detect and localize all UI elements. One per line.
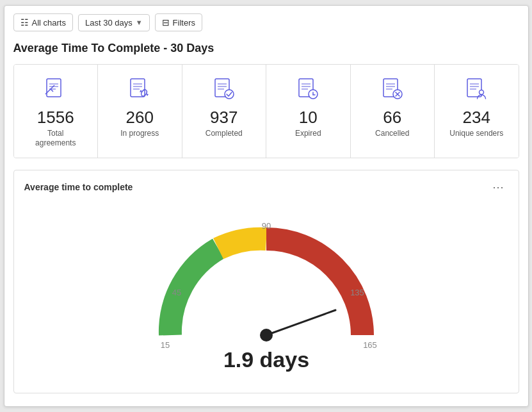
svg-marker-10 [146, 94, 149, 96]
all-charts-button[interactable]: ☷ All charts [13, 13, 73, 31]
x-icon [378, 75, 407, 103]
stat-number-unique-senders: 234 [463, 108, 490, 127]
all-charts-label: All charts [32, 18, 66, 28]
date-range-button[interactable]: Last 30 days ▼ [78, 14, 150, 31]
stat-number-cancelled: 66 [383, 108, 401, 127]
stat-number-total-agreements: 1556 [37, 108, 74, 127]
stat-card-in-progress[interactable]: 260 In progress [98, 65, 182, 158]
stat-number-expired: 10 [299, 108, 318, 127]
chevron-down-icon: ▼ [136, 19, 143, 26]
stat-card-expired[interactable]: 10 Expired [266, 65, 351, 158]
stat-number-completed: 937 [210, 108, 238, 127]
stat-label-expired: Expired [295, 129, 321, 139]
top-bar: ☷ All charts Last 30 days ▼ ⊟ Filters [13, 13, 519, 31]
stat-card-completed[interactable]: 937 Completed [182, 65, 267, 158]
svg-rect-30 [467, 79, 481, 97]
gauge-value-label: 1.9 days [223, 347, 309, 372]
stat-card-unique-senders[interactable]: 234 Unique senders [435, 65, 519, 158]
filters-label: Filters [173, 18, 195, 28]
stat-card-total-agreements[interactable]: 1556 Totalagreements [14, 65, 99, 158]
person-icon [462, 75, 490, 103]
gauge-label-45: 45 [172, 288, 181, 297]
stat-label-in-progress: In progress [120, 129, 159, 139]
stat-number-in-progress: 260 [126, 108, 154, 127]
filters-button[interactable]: ⊟ Filters [155, 13, 202, 31]
gauge-container: 15 45 90 135 165 1.9 da [24, 201, 508, 380]
gauge-label-90: 90 [261, 221, 270, 231]
gauge-center-dot [260, 329, 273, 342]
stat-label-total-agreements: Totalagreements [35, 129, 76, 149]
svg-point-34 [480, 90, 484, 95]
clock-icon [294, 75, 322, 103]
stats-row: 1556 Totalagreements 260 In progress [13, 64, 519, 158]
main-container: ☷ All charts Last 30 days ▼ ⊟ Filters Av… [4, 5, 529, 407]
gauge-chart: 15 45 90 135 165 1.9 da [132, 201, 401, 380]
check-icon [210, 75, 238, 103]
page-title: Average Time To Complete - 30 Days [13, 42, 519, 55]
filter-icon: ⊟ [162, 17, 170, 28]
send-icon [42, 75, 70, 103]
gauge-label-165: 165 [363, 340, 377, 350]
stat-label-unique-senders: Unique senders [449, 129, 503, 139]
svg-point-15 [225, 90, 234, 99]
svg-rect-0 [47, 79, 61, 97]
more-options-button[interactable]: ··· [488, 179, 508, 195]
gauge-label-15: 15 [160, 340, 169, 350]
stat-label-completed: Completed [206, 129, 243, 139]
charts-icon: ☷ [20, 17, 29, 28]
chart-title: Average time to complete [24, 182, 133, 192]
gauge-label-135: 135 [350, 288, 364, 297]
stat-label-cancelled: Cancelled [375, 129, 409, 139]
date-range-label: Last 30 days [85, 18, 133, 28]
stat-card-cancelled[interactable]: 66 Cancelled [351, 65, 435, 158]
chart-header: Average time to complete ··· [24, 179, 508, 195]
arrows-icon [125, 75, 154, 103]
chart-section: Average time to complete ··· 15 45 90 [13, 170, 519, 393]
svg-rect-5 [131, 79, 145, 97]
svg-line-35 [266, 310, 335, 335]
